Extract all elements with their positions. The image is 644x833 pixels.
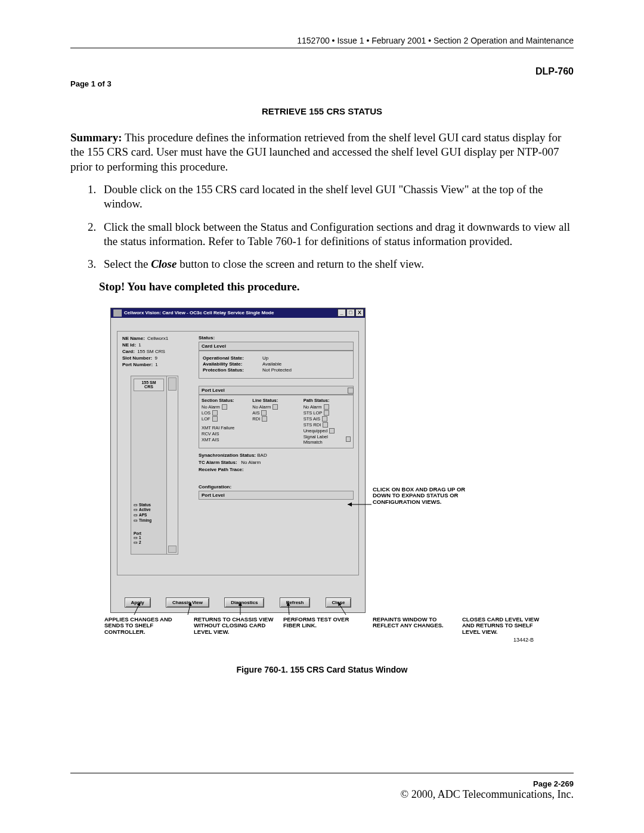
figure-760-1: Cellworx Vision: Card View - OC3c Cell R…: [110, 308, 534, 645]
protect-status-label: Protection Status:: [203, 367, 262, 373]
apply-desc: APPLIES CHANGES AND SENDS TO SHELF CONTR…: [104, 617, 188, 636]
figure-id: 13442-B: [513, 637, 534, 643]
path-status-header: Path Status:: [304, 398, 351, 403]
chassis-view-button[interactable]: Chassis View: [166, 597, 209, 608]
indicator-icon: [212, 416, 218, 422]
xmt-rai: XMT RAI Failure: [202, 425, 234, 431]
port-1: 1: [134, 535, 141, 540]
card-scrollbar[interactable]: [167, 376, 178, 554]
slot-label: Slot Number:: [122, 355, 152, 361]
window-title: Cellworx Vision: Card View - OC3c Cell R…: [124, 310, 274, 315]
config-label: Configuration:: [199, 484, 354, 490]
diag-desc: PERFORMS TEST OVER FIBER LINK.: [283, 617, 367, 636]
indicator-icon: [323, 422, 328, 428]
steps-list: Double click on the 155 CRS card located…: [99, 182, 574, 272]
tc-value: No Alarm: [241, 460, 261, 465]
button-descriptions: APPLIES CHANGES AND SENDS TO SHELF CONTR…: [104, 617, 546, 636]
sync-label: Synachronization Status:: [199, 453, 256, 458]
close-word: Close: [151, 258, 177, 270]
port-value: 1: [155, 362, 157, 367]
indicator-icon: [324, 404, 329, 410]
summary-label: Summary:: [70, 131, 122, 144]
misc-status: Synachronization Status: BAD TC Alarm St…: [199, 452, 354, 473]
card-value: 155 SM CRS: [137, 349, 165, 354]
footer-copyright: © 2000, ADC Telecommunications, Inc.: [70, 788, 574, 801]
titlebar[interactable]: Cellworx Vision: Card View - OC3c Cell R…: [111, 308, 365, 318]
dlp-code: DLP-760: [70, 66, 574, 77]
step-3: Select the Close button to close the scr…: [99, 257, 574, 271]
card-level-fieldset: Operational State:Up Availability State:…: [199, 351, 354, 379]
maximize-button[interactable]: □: [346, 309, 355, 317]
avail-state-label: Availability State:: [203, 361, 262, 367]
page-of: Page 1 of 3: [70, 79, 574, 88]
drag-callout: CLICK ON BOX AND DRAG UP OR DOWN TO EXPA…: [373, 487, 477, 506]
figure-caption: Figure 760-1. 155 CRS Card Status Window: [70, 665, 574, 674]
close-button[interactable]: Close: [326, 597, 352, 608]
close-window-button[interactable]: X: [355, 309, 364, 317]
avail-state-value: Available: [262, 361, 281, 367]
scroll-thumb-icon[interactable]: [168, 377, 177, 391]
inner-frame: NE Name: Cellworx1 NE Id: 1 Card: 155 SM…: [117, 331, 359, 575]
indicator-icon: [261, 410, 267, 416]
ne-info-block: NE Name: Cellworx1 NE Id: 1 Card: 155 SM…: [122, 335, 168, 368]
drag-handle[interactable]: [348, 388, 354, 394]
card-strip-label: 155 SMCRS: [134, 379, 164, 391]
indicator-icon: [322, 416, 327, 422]
ne-name-label: NE Name:: [122, 336, 145, 341]
section-status-header: Section Status:: [202, 398, 249, 403]
ne-id-label: NE Id:: [122, 342, 136, 348]
tc-label: TC Alarm Status:: [199, 460, 237, 465]
path-stslop: STS LOP: [304, 410, 323, 416]
ne-id-value: 1: [138, 342, 141, 348]
indicator-icon: [222, 404, 227, 410]
procedure-title: RETRIEVE 155 CRS STATUS: [70, 106, 574, 116]
footer-rule: [70, 773, 574, 773]
running-header: 1152700 • Issue 1 • February 2001 • Sect…: [70, 36, 574, 48]
op-state-value: Up: [262, 355, 268, 361]
port-group: Port 1 2: [134, 531, 141, 545]
close-desc: CLOSES CARD LEVEL VIEW AND RETURNS TO SH…: [462, 617, 546, 636]
sec-noalarm: No Alarm: [202, 404, 220, 410]
port-level-box: Section Status: No Alarm LOS LOF XMT RAI…: [199, 395, 354, 448]
diagnostics-button[interactable]: Diagnostics: [224, 597, 264, 608]
apply-button[interactable]: Apply: [125, 597, 151, 608]
step-2: Click the small block between the Status…: [99, 220, 574, 249]
line-noalarm: No Alarm: [252, 404, 271, 410]
op-state-label: Operational State:: [203, 355, 262, 361]
config-port-level: Port Level: [199, 491, 354, 500]
button-row: Apply Chassis View Diagnostics Refresh C…: [111, 597, 365, 608]
step-1: Double click on the 155 CRS card located…: [99, 182, 574, 212]
refresh-desc: REPAINTS WINDOW TO REFLECT ANY CHANGES.: [373, 617, 456, 636]
chassis-desc: RETURNS TO CHASSIS VIEW WITHOUT CLOSING …: [194, 617, 277, 636]
slot-value: 9: [154, 355, 157, 361]
port-2: 2: [134, 540, 141, 545]
card-strip[interactable]: 155 SMCRS Status Active APS Timing Port …: [131, 376, 167, 554]
led-active: Active: [134, 507, 151, 513]
status-area: Status: Card Level Operational State:Up …: [199, 335, 354, 570]
footer-page: Page 2-269: [70, 779, 574, 788]
line-status-header: Line Status:: [252, 398, 299, 403]
refresh-button[interactable]: Refresh: [280, 597, 311, 608]
port-level-header: Port Level: [199, 386, 354, 395]
summary-paragraph: Summary: This procedure defines the info…: [70, 131, 574, 174]
indicator-icon: [273, 404, 278, 410]
led-timing: Timing: [134, 518, 151, 524]
stop-line: Stop! You have completed this procedure.: [99, 280, 574, 293]
port-label: Port Number:: [122, 362, 153, 367]
summary-text: This procedure defines the information r…: [70, 131, 561, 173]
scroll-thumb2-icon[interactable]: [168, 546, 177, 553]
led-aps: APS: [134, 513, 151, 518]
minimize-button[interactable]: _: [338, 309, 346, 317]
card-label: Card:: [122, 349, 135, 354]
path-siglbl: Signal Label Mismatch: [304, 434, 344, 445]
line-ais: AIS: [252, 410, 259, 416]
port-header: Port: [134, 531, 141, 535]
path-uneq: Unequipped: [304, 428, 327, 433]
led-group: Status Active APS Timing: [134, 503, 151, 524]
line-rdi: RDI: [252, 416, 260, 422]
rcv-ais: RCV AIS: [202, 431, 219, 436]
header-rule: [70, 48, 574, 48]
indicator-icon: [329, 428, 335, 433]
xmt-ais: XMT AIS: [202, 437, 219, 442]
card-level-header: Card Level: [199, 342, 354, 351]
